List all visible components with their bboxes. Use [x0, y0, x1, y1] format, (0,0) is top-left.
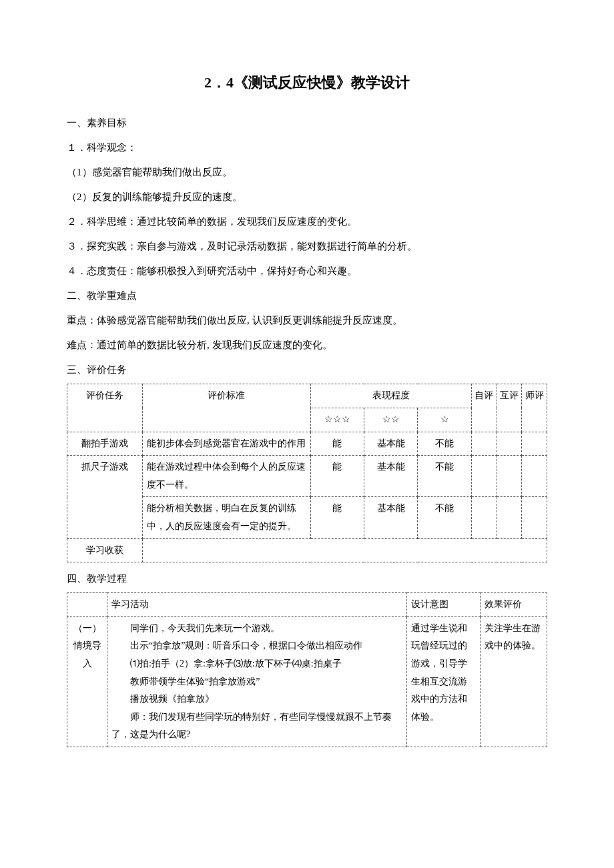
- r1-crit: 能初步体会到感觉器官在游戏中的作用: [143, 432, 310, 456]
- r4-content: [143, 538, 547, 562]
- cell-able: 能: [310, 497, 364, 538]
- th-peer: 互评: [497, 384, 522, 432]
- sec1-eval: 关注学生在游戏中的体验。: [481, 616, 547, 747]
- table-row: （一）情境导入 同学们，今天我们先来玩一个游戏。 出示“拍拿放”规则：听音乐口令…: [67, 616, 547, 747]
- cell-unable: 不能: [418, 432, 471, 456]
- star3: ☆☆☆: [310, 408, 364, 432]
- section-2-heading: 二、教学重难点: [67, 285, 547, 307]
- th-task: 评价任务: [67, 384, 143, 432]
- s2-key: 重点：体验感觉器官能帮助我们做出反应, 认识到反更训练能提升反应速度。: [67, 310, 547, 332]
- cell-able: 能: [310, 456, 364, 497]
- s1-sub1b: （2）反复的训练能够提升反应的速度。: [67, 186, 547, 208]
- th-teacher: 师评: [522, 384, 547, 432]
- cell-self: [471, 432, 497, 456]
- th-design: 设计意图: [407, 593, 481, 617]
- s1-item2: ２．科学思维：通过比较简单的数据，发现我们反应速度的变化。: [67, 211, 547, 233]
- section-3-heading: 三、评价任务: [67, 359, 547, 381]
- th-section: [67, 593, 107, 617]
- cell-self: [471, 456, 497, 497]
- th-self: 自评: [471, 384, 497, 432]
- star1: ☆: [418, 408, 471, 432]
- section-4-heading: 四、教学过程: [67, 568, 547, 590]
- teaching-process-table: 学习活动 设计意图 效果评价 （一）情境导入 同学们，今天我们先来玩一个游戏。 …: [67, 592, 547, 747]
- table-row: 评价任务 评价标准 表现程度 自评 互评 师评: [67, 384, 547, 408]
- table-row: 抓尺子游戏 能在游戏过程中体会到每个人的反应速度不一样。 能 基本能 不能: [67, 456, 547, 497]
- cell-teacher: [522, 497, 547, 538]
- cell-basic: 基本能: [364, 432, 417, 456]
- cell-basic: 基本能: [364, 497, 417, 538]
- cell-peer: [497, 497, 522, 538]
- section-1-heading: 一、素养目标: [67, 112, 547, 134]
- r1-task: 翻拍手游戏: [67, 432, 143, 456]
- table-row: 学习活动 设计意图 效果评价: [67, 593, 547, 617]
- table-row: 学习收获: [67, 538, 547, 562]
- th-criteria: 评价标准: [143, 384, 310, 432]
- page-title: 2．4《测试反应快慢》教学设计: [67, 67, 547, 99]
- cell-basic: 基本能: [364, 456, 417, 497]
- s1-sub1a: （1）感觉器官能帮助我们做出反应。: [67, 161, 547, 183]
- sec1-design: 通过学生说和玩曾经玩过的游戏，引导学生相互交流游戏中的方法和体验。: [407, 616, 481, 747]
- r4-task: 学习收获: [67, 538, 143, 562]
- s2-diff: 难点：通过简单的数据比较分析, 发现我们反应速度的变化。: [67, 334, 547, 356]
- cell-able: 能: [310, 432, 364, 456]
- cell-peer: [497, 456, 522, 497]
- cell-peer: [497, 432, 522, 456]
- th-activity: 学习活动: [107, 593, 407, 617]
- evaluation-task-table: 评价任务 评价标准 表现程度 自评 互评 师评 ☆☆☆ ☆☆ ☆ 翻拍手游戏 能…: [67, 384, 547, 562]
- sec1-activity: 同学们，今天我们先来玩一个游戏。 出示“拍拿放”规则：听音乐口令，根据口令做出相…: [107, 616, 407, 747]
- th-performance: 表现程度: [310, 384, 471, 408]
- th-evaluation: 效果评价: [481, 593, 547, 617]
- s1-item3: ３．探究实践：亲自参与游戏，及时记录活动数据，能对数据进行简单的分析。: [67, 236, 547, 258]
- sec1-label: （一）情境导入: [67, 616, 107, 747]
- r3-crit: 能分析相关数据，明白在反复的训练中，人的反应速度会有一定的提升。: [143, 497, 310, 538]
- cell-unable: 不能: [418, 456, 471, 497]
- cell-teacher: [522, 456, 547, 497]
- s1-item1: １．科学观念：: [67, 137, 547, 159]
- star2: ☆☆: [364, 408, 417, 432]
- cell-teacher: [522, 432, 547, 456]
- cell-unable: 不能: [418, 497, 471, 538]
- table-row: 翻拍手游戏 能初步体会到感觉器官在游戏中的作用 能 基本能 不能: [67, 432, 547, 456]
- cell-self: [471, 497, 497, 538]
- r2-crit: 能在游戏过程中体会到每个人的反应速度不一样。: [143, 456, 310, 497]
- s1-item4: ４．态度责任：能够积极投入到研究活动中，保持好奇心和兴趣。: [67, 260, 547, 282]
- r2-task: 抓尺子游戏: [67, 456, 143, 538]
